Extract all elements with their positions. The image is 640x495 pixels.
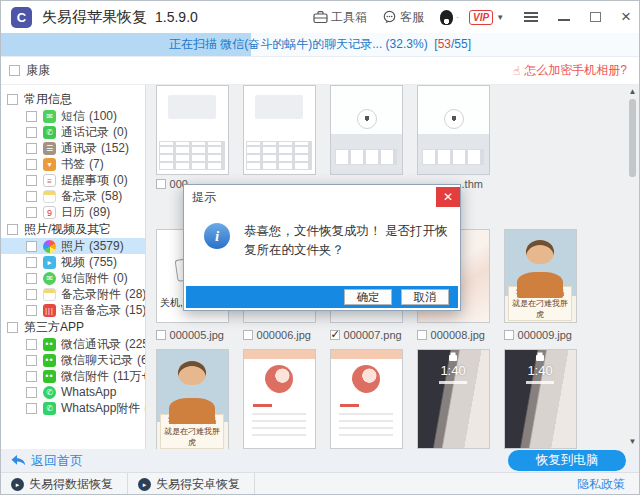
- sidebar-item-videos[interactable]: ▸视频(755): [1, 254, 145, 270]
- sidebar-group-thirdparty[interactable]: 第三方APP: [1, 318, 145, 336]
- file-item: 000007.png: [330, 328, 402, 342]
- filename-fragment: .thm: [462, 177, 483, 191]
- sidebar-item-whatsapp-attachments[interactable]: ✆WhatsApp附件(0): [1, 400, 145, 416]
- thumbnail-screenshot[interactable]: [330, 349, 403, 449]
- file-checkbox[interactable]: [504, 330, 514, 340]
- file-checkbox[interactable]: [156, 179, 166, 189]
- ok-button[interactable]: 确定: [344, 289, 392, 305]
- app-logo-icon: C: [11, 7, 32, 28]
- file-checkbox-checked[interactable]: [330, 330, 340, 340]
- notes-attachment-icon: [43, 288, 56, 301]
- scan-status-text: 正在扫描 微信(奋斗的蜗牛)的聊天记录... (32.3%) [53/55]: [169, 36, 471, 53]
- maximize-button[interactable]: [590, 12, 601, 22]
- dialog-message: 恭喜您，文件恢复成功！ 是否打开恢复所在的文件夹？: [244, 217, 448, 260]
- dialog-button-bar: 确定 取消: [186, 286, 458, 308]
- thumbnail-screenshot[interactable]: [330, 85, 403, 175]
- file-checkbox[interactable]: [243, 330, 253, 340]
- file-item: 000009.jpg: [504, 328, 572, 342]
- sidebar-item-notes[interactable]: 备忘录(58): [1, 188, 145, 204]
- group-checkbox[interactable]: [7, 224, 18, 235]
- tab-android-recovery[interactable]: ▸ 失易得安卓恢复: [128, 473, 255, 495]
- contacts-icon: ☰: [43, 142, 56, 155]
- device-checkbox[interactable]: [9, 65, 20, 76]
- scrollbar[interactable]: ▲ ▼: [627, 87, 638, 447]
- sidebar-item-sms-attachments[interactable]: ✉短信附件(0): [1, 270, 145, 286]
- recover-to-pc-button[interactable]: 恢复到电脑: [508, 450, 626, 471]
- group-checkbox[interactable]: [7, 94, 18, 105]
- recovery-success-dialog: 提示 ✕ i 恭喜您，文件恢复成功！ 是否打开恢复所在的文件夹？ 确定 取消: [183, 184, 461, 311]
- privacy-policy-link[interactable]: 隐私政策: [577, 476, 625, 493]
- whatsapp-attachment-icon: ✆: [43, 402, 56, 415]
- whatsapp-icon: ✆: [43, 386, 56, 399]
- sidebar-item-photos[interactable]: 照片(3579): [1, 238, 145, 254]
- menu-icon[interactable]: [524, 12, 538, 22]
- vip-badge[interactable]: VIP: [469, 10, 493, 25]
- sidebar-item-wechat-chats[interactable]: ••微信聊天记录(60): [1, 352, 145, 368]
- sms-attachment-icon: ✉: [43, 272, 56, 285]
- device-row: 康康 ☝ 怎么加密手机相册?: [1, 57, 639, 85]
- app-version: 1.5.9.0: [155, 9, 198, 25]
- sidebar-group-common[interactable]: 常用信息: [1, 90, 145, 108]
- tab-data-recovery[interactable]: ▸ 失易得数据恢复: [1, 473, 128, 495]
- lockscreen-time: 1:40: [418, 363, 489, 378]
- sidebar-item-contacts[interactable]: ☰通讯录(152): [1, 140, 145, 156]
- meme-caption: 我看，你他妈就是在刁难我胖虎: [160, 414, 224, 449]
- titlebar: C 失易得苹果恢复 1.5.9.0 工具箱 客服 · VIP ▼ ×: [1, 1, 639, 33]
- thumbnail-screenshot[interactable]: [417, 85, 490, 175]
- app-title: 失易得苹果恢复: [42, 8, 147, 27]
- help-link[interactable]: ☝ 怎么加密手机相册?: [513, 62, 627, 79]
- sidebar-item-notes-attachments[interactable]: 备忘录附件(28): [1, 286, 145, 302]
- scrollbar-thumb[interactable]: [629, 99, 636, 177]
- sidebar-tree: 常用信息 ✉短信(100) ✆通话记录(0) ☰通讯录(152) ▾书签(7) …: [1, 85, 146, 449]
- thumbnail-photo[interactable]: 1:40: [417, 349, 490, 449]
- toolbox-label: 工具箱: [331, 9, 367, 26]
- app-circle-icon: ▸: [11, 478, 24, 491]
- file-item: 000006.jpg: [243, 328, 311, 342]
- lockscreen-time: 1:40: [505, 363, 576, 378]
- back-arrow-icon: [10, 454, 26, 467]
- thumbnail-screenshot[interactable]: [156, 85, 229, 175]
- close-button[interactable]: ×: [621, 10, 631, 24]
- sidebar-item-sms[interactable]: ✉短信(100): [1, 108, 145, 124]
- sidebar-item-voice-memos[interactable]: |||语音备忘录(15): [1, 302, 145, 318]
- file-checkbox[interactable]: [156, 330, 166, 340]
- phone-icon: ✆: [43, 126, 56, 139]
- sms-icon: ✉: [43, 110, 56, 123]
- sidebar-item-calendar[interactable]: 9日历(89): [1, 204, 145, 220]
- qq-icon[interactable]: [440, 10, 453, 25]
- dot-separator: ·: [456, 12, 459, 22]
- sidebar-item-call-log[interactable]: ✆通话记录(0): [1, 124, 145, 140]
- dialog-titlebar: 提示 ✕: [184, 185, 460, 209]
- thumbnail-meme[interactable]: 我看，你他妈就是在刁难我胖虎: [504, 229, 577, 323]
- toolbox-button[interactable]: 工具箱: [313, 9, 367, 26]
- minimize-button[interactable]: [558, 19, 570, 21]
- footer-bar: 返回首页 恢复到电脑: [1, 449, 639, 472]
- back-home-link[interactable]: 返回首页: [10, 452, 83, 470]
- support-label: 客服: [400, 9, 424, 26]
- sidebar-group-media[interactable]: 照片/视频及其它: [1, 220, 145, 238]
- scroll-down-icon[interactable]: ▼: [627, 437, 638, 447]
- thumbnail-screenshot[interactable]: [243, 85, 316, 175]
- sidebar-item-reminders[interactable]: ≡提醒事项(0): [1, 172, 145, 188]
- thumbnail-meme[interactable]: 我看，你他妈就是在刁难我胖虎: [156, 349, 229, 449]
- sidebar-item-bookmarks[interactable]: ▾书签(7): [1, 156, 145, 172]
- wechat-icon: ••: [43, 354, 56, 367]
- device-name: 康康: [26, 62, 50, 79]
- calendar-icon: 9: [43, 206, 56, 219]
- dialog-title: 提示: [192, 189, 216, 206]
- group-checkbox[interactable]: [7, 322, 18, 333]
- thumbnail-screenshot[interactable]: [243, 349, 316, 449]
- dialog-close-button[interactable]: ✕: [436, 187, 460, 207]
- voice-memo-icon: |||: [43, 304, 56, 317]
- cancel-button[interactable]: 取消: [401, 289, 449, 305]
- sidebar-item-wechat-attachments[interactable]: ••微信附件(11万+): [1, 368, 145, 384]
- vip-caret-icon[interactable]: ▼: [496, 13, 504, 22]
- sidebar-item-whatsapp[interactable]: ✆WhatsApp: [1, 384, 145, 400]
- sidebar-item-wechat-contacts[interactable]: ••微信通讯录(2257): [1, 336, 145, 352]
- thumbnail-photo[interactable]: 1:40: [504, 349, 577, 449]
- photos-icon: [43, 240, 56, 253]
- support-button[interactable]: 客服: [382, 9, 424, 26]
- scroll-up-icon[interactable]: ▲: [627, 87, 638, 97]
- lockscreen-date-blur: [439, 381, 467, 384]
- file-checkbox[interactable]: [417, 330, 427, 340]
